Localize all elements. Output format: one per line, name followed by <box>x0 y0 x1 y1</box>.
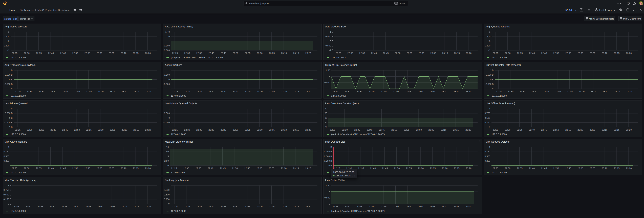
svg-text:?: ? <box>628 2 629 4</box>
